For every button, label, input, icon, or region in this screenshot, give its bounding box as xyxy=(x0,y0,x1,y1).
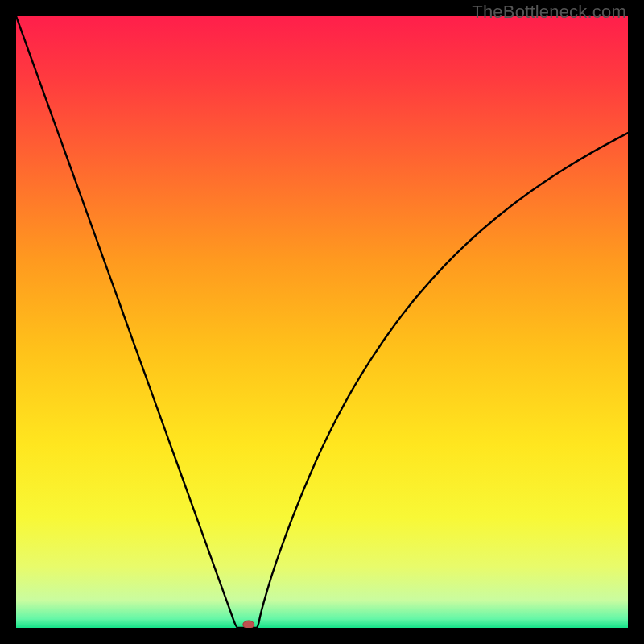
watermark-text: TheBottleneck.com xyxy=(472,2,626,23)
plot-area xyxy=(16,16,628,628)
bottleneck-chart xyxy=(16,16,628,628)
chart-frame: TheBottleneck.com xyxy=(0,0,644,644)
optimum-marker xyxy=(243,621,254,628)
gradient-background xyxy=(16,16,628,628)
